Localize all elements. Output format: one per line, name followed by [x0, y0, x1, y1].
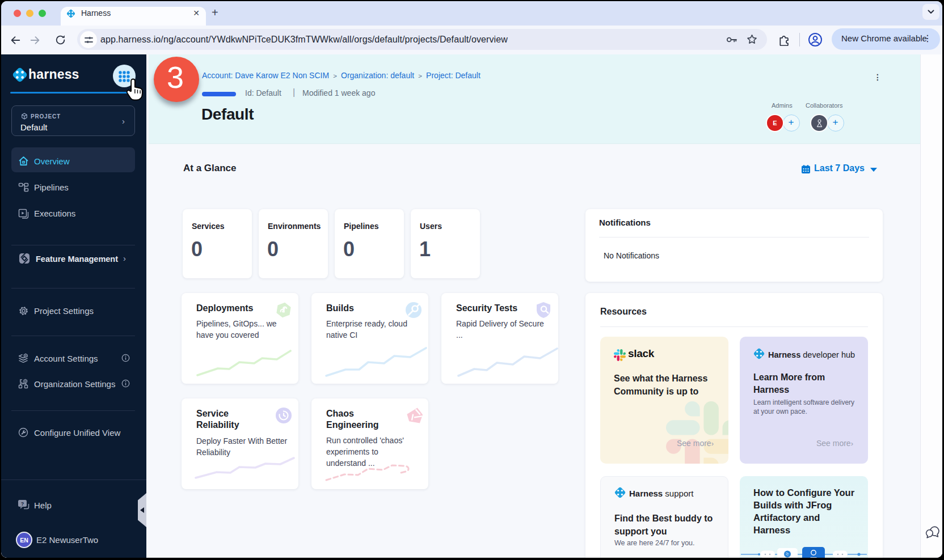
- svg-text:?: ?: [21, 501, 24, 507]
